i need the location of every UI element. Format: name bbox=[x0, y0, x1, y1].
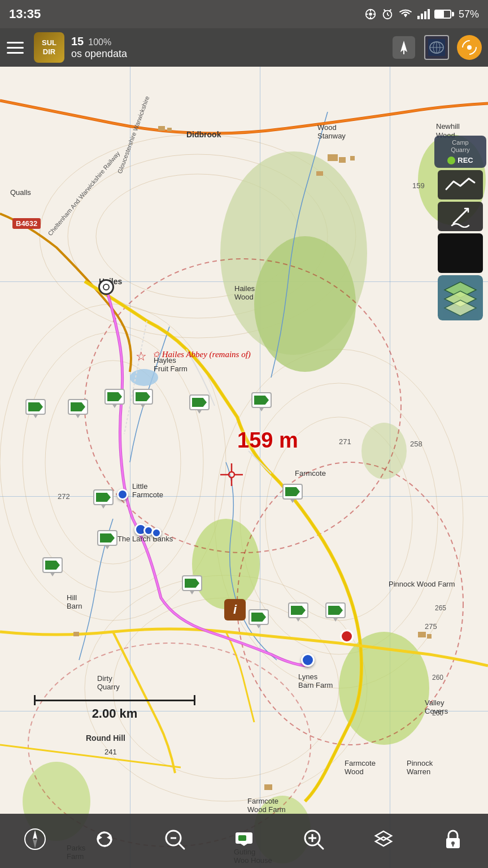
svg-point-35 bbox=[254, 236, 356, 372]
svg-line-10 bbox=[390, 10, 391, 11]
alarm-icon bbox=[381, 8, 394, 20]
zoom-percent: 100% bbox=[88, 37, 111, 47]
svg-line-71 bbox=[454, 210, 467, 223]
svg-rect-47 bbox=[167, 128, 172, 131]
svg-line-8 bbox=[387, 15, 389, 16]
compass-button[interactable] bbox=[12, 818, 58, 863]
bottom-layers-icon bbox=[372, 828, 395, 854]
svg-text:Cheltenham And Warwickshire Ra: Cheltenham And Warwickshire Railway bbox=[46, 150, 121, 237]
svg-rect-54 bbox=[73, 632, 79, 636]
gps-signal-button[interactable] bbox=[455, 33, 483, 62]
svg-point-30 bbox=[240, 383, 438, 654]
map-svg: 159 271 258 275 265 260 260 272 Cheltenh… bbox=[0, 67, 488, 868]
route-dot-1[interactable] bbox=[117, 489, 128, 500]
app-logo: SUL DIR bbox=[34, 32, 64, 63]
svg-text:159: 159 bbox=[412, 181, 425, 190]
svg-point-27 bbox=[23, 332, 203, 592]
map-info: 15 100% os opendata bbox=[69, 35, 127, 60]
svg-rect-11 bbox=[417, 16, 420, 19]
rec-indicator: REC bbox=[447, 156, 473, 164]
abbey-star-marker: ☆ bbox=[136, 349, 147, 364]
svg-text:272: 272 bbox=[58, 492, 70, 501]
road-badge-b4632: B4632 bbox=[12, 218, 41, 229]
svg-rect-12 bbox=[421, 14, 423, 19]
camp-label: CampQuarry bbox=[451, 139, 470, 154]
edit-button[interactable] bbox=[438, 202, 483, 231]
zoom-out-button[interactable] bbox=[152, 818, 197, 863]
world-map-button[interactable] bbox=[422, 33, 451, 62]
svg-marker-92 bbox=[376, 831, 391, 840]
svg-line-9 bbox=[384, 10, 386, 11]
zoom-in-icon bbox=[302, 828, 325, 854]
route-dot-5[interactable] bbox=[301, 653, 315, 667]
map-area[interactable]: 159 271 258 275 265 260 260 272 Cheltenh… bbox=[0, 67, 488, 868]
svg-point-37 bbox=[361, 423, 407, 479]
scale-label: 15 bbox=[71, 35, 84, 48]
battery-percent: 57% bbox=[459, 8, 479, 20]
svg-marker-93 bbox=[376, 837, 391, 846]
track-button[interactable] bbox=[438, 170, 483, 199]
lock-icon bbox=[442, 828, 464, 854]
zoom-out-icon bbox=[163, 828, 186, 854]
navigate-button[interactable] bbox=[390, 33, 418, 62]
svg-text:271: 271 bbox=[339, 437, 351, 446]
world-map-icon bbox=[424, 35, 449, 60]
black-box[interactable] bbox=[438, 233, 483, 273]
svg-rect-51 bbox=[316, 171, 323, 176]
top-toolbar: SUL DIR 15 100% os opendata bbox=[0, 28, 488, 67]
menu-button[interactable] bbox=[5, 35, 29, 60]
layers-button[interactable] bbox=[438, 275, 483, 320]
svg-marker-86 bbox=[241, 844, 247, 846]
svg-rect-50 bbox=[350, 156, 355, 160]
status-right: 57% bbox=[364, 8, 479, 20]
svg-marker-81 bbox=[107, 835, 111, 840]
svg-rect-46 bbox=[158, 126, 165, 131]
svg-point-70 bbox=[229, 472, 234, 478]
gps-signal-icon bbox=[457, 35, 482, 60]
svg-text:260: 260 bbox=[432, 709, 443, 717]
svg-rect-55 bbox=[264, 784, 272, 790]
svg-text:258: 258 bbox=[410, 440, 422, 448]
info-marker[interactable]: i bbox=[224, 599, 246, 620]
svg-text:260: 260 bbox=[432, 674, 443, 682]
status-bar: 13:35 bbox=[0, 0, 488, 28]
route-dot-4[interactable] bbox=[151, 528, 162, 538]
svg-rect-13 bbox=[424, 11, 426, 19]
svg-rect-52 bbox=[418, 632, 426, 637]
wifi-icon bbox=[398, 8, 413, 20]
end-marker[interactable] bbox=[340, 630, 354, 643]
svg-point-1 bbox=[369, 12, 372, 16]
map-cursor bbox=[219, 462, 244, 489]
lock-button[interactable] bbox=[430, 818, 476, 863]
label-hailes-abbey: ✩ Hailes Abbey (remains of) bbox=[152, 349, 251, 359]
svg-rect-53 bbox=[427, 634, 432, 639]
svg-text:Gloucestershire Warwickshire: Gloucestershire Warwickshire bbox=[116, 95, 151, 174]
add-waypoint-button[interactable] bbox=[221, 818, 267, 863]
rotate-button[interactable] bbox=[82, 818, 127, 863]
right-panel: CampQuarry REC bbox=[433, 133, 488, 529]
waypoint-marker-icon bbox=[233, 828, 255, 854]
signal-bars-icon bbox=[417, 8, 430, 20]
svg-point-22 bbox=[467, 45, 472, 50]
svg-point-36 bbox=[192, 519, 260, 609]
rotate-icon bbox=[93, 828, 116, 854]
zoom-in-button[interactable] bbox=[291, 818, 336, 863]
compass-icon bbox=[24, 828, 46, 854]
svg-text:265: 265 bbox=[435, 604, 446, 612]
svg-text:275: 275 bbox=[425, 622, 437, 631]
svg-point-33 bbox=[113, 598, 339, 779]
svg-rect-14 bbox=[428, 9, 430, 19]
pen-icon bbox=[449, 205, 472, 228]
svg-line-84 bbox=[179, 844, 184, 849]
svg-rect-49 bbox=[339, 157, 346, 163]
start-marker[interactable] bbox=[98, 279, 114, 295]
svg-marker-77 bbox=[33, 830, 37, 839]
bottom-layers-button[interactable] bbox=[361, 818, 406, 863]
scale-label: 2.00 km bbox=[34, 706, 195, 721]
battery-icon bbox=[434, 10, 454, 19]
map-source: os opendata bbox=[71, 48, 127, 60]
svg-rect-87 bbox=[238, 835, 246, 841]
rec-label: REC bbox=[457, 156, 473, 164]
time-display: 13:35 bbox=[9, 7, 41, 21]
scale-bar: 2.00 km bbox=[34, 695, 195, 721]
